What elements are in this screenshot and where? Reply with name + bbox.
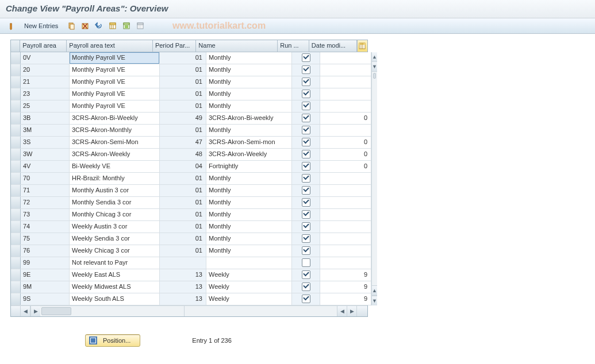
vertical-scrollbar[interactable]: ▲ ▼ ▲ ▼ — [371, 52, 377, 305]
col-header-payroll-area-text[interactable]: Payroll area text — [67, 40, 153, 52]
cell-date-modi[interactable] — [320, 76, 371, 88]
cell-date-modi[interactable]: 0 — [320, 113, 371, 124]
cell-payroll-area-text[interactable]: Monthly Austin 3 cor — [70, 185, 160, 196]
row-selector[interactable] — [11, 52, 21, 64]
scroll-up-page-icon[interactable]: ▲ — [372, 285, 377, 296]
cell-payroll-area[interactable]: 3W — [21, 149, 70, 160]
cell-date-modi[interactable] — [320, 245, 371, 257]
run-checkbox[interactable] — [302, 53, 310, 62]
cell-payroll-area-text[interactable]: Monthly Payroll VE — [70, 64, 160, 76]
vscroll-thumb[interactable] — [373, 73, 376, 79]
cell-payroll-area[interactable]: 76 — [21, 245, 70, 257]
cell-name[interactable]: Monthly — [206, 233, 292, 245]
cell-period-par[interactable]: 01 — [160, 52, 206, 64]
run-checkbox[interactable] — [302, 102, 310, 110]
cell-period-par[interactable]: 01 — [160, 88, 206, 100]
cell-period-par[interactable]: 48 — [160, 149, 206, 160]
cell-date-modi[interactable] — [320, 100, 371, 112]
cell-payroll-area[interactable]: 3B — [21, 113, 70, 124]
cell-run[interactable] — [292, 233, 320, 245]
row-selector[interactable] — [11, 281, 21, 293]
scroll-down-icon[interactable]: ▼ — [372, 296, 377, 305]
row-selector-header[interactable] — [11, 40, 20, 52]
cell-period-par[interactable]: 01 — [160, 125, 206, 136]
row-selector[interactable] — [11, 221, 21, 233]
cell-name[interactable]: Monthly — [206, 88, 292, 100]
cell-payroll-area-text[interactable]: Weekly Midwest ALS — [70, 281, 160, 293]
row-selector[interactable] — [11, 209, 21, 220]
cell-period-par[interactable]: 01 — [160, 185, 206, 196]
row-selector[interactable] — [11, 100, 21, 112]
cell-run[interactable] — [292, 185, 320, 196]
cell-run[interactable] — [292, 221, 320, 233]
cell-run[interactable] — [292, 113, 320, 124]
cell-name[interactable]: Fortnightly — [206, 161, 292, 172]
cell-payroll-area-text[interactable]: Weekly East ALS — [70, 269, 160, 281]
cell-period-par[interactable]: 49 — [160, 113, 206, 124]
configure-columns-icon[interactable] — [357, 40, 367, 52]
cell-run[interactable] — [292, 125, 320, 136]
cell-payroll-area[interactable]: 0V — [21, 52, 70, 64]
row-selector[interactable] — [11, 269, 21, 281]
cell-payroll-area-text[interactable]: Monthly Payroll VE — [70, 88, 160, 100]
cell-payroll-area-text[interactable]: 3CRS-Akron-Semi-Mon — [70, 137, 160, 148]
cell-name[interactable]: Monthly — [206, 125, 292, 136]
run-checkbox[interactable] — [302, 295, 310, 303]
cell-payroll-area[interactable]: 9S — [21, 293, 70, 305]
cell-date-modi[interactable] — [320, 185, 371, 196]
cell-period-par[interactable] — [160, 257, 206, 269]
run-checkbox[interactable] — [302, 138, 310, 146]
cell-date-modi[interactable] — [320, 197, 371, 208]
cell-payroll-area-text[interactable]: Not relevant to Payr — [70, 257, 160, 269]
select-all-icon[interactable] — [108, 21, 118, 31]
cell-period-par[interactable]: 47 — [160, 137, 206, 148]
run-checkbox[interactable] — [302, 162, 310, 171]
cell-payroll-area[interactable]: 4V — [21, 161, 70, 172]
cell-payroll-area[interactable]: 70 — [21, 173, 70, 184]
cell-payroll-area-text[interactable]: HR-Brazil: Monthly — [70, 173, 160, 184]
cell-payroll-area[interactable]: 71 — [21, 185, 70, 196]
cell-name[interactable]: Monthly — [206, 197, 292, 208]
cell-date-modi[interactable]: 0 — [320, 137, 371, 148]
cell-name[interactable]: Monthly — [206, 64, 292, 76]
col-header-date-modi[interactable]: Date modi... — [309, 40, 357, 52]
cell-period-par[interactable]: 01 — [160, 173, 206, 184]
cell-name[interactable]: Monthly — [206, 173, 292, 184]
run-checkbox[interactable] — [302, 186, 310, 195]
cell-date-modi[interactable]: 9 — [320, 281, 371, 293]
cell-run[interactable] — [292, 257, 320, 269]
run-checkbox[interactable] — [302, 210, 310, 219]
run-checkbox[interactable] — [302, 150, 310, 158]
row-selector[interactable] — [11, 113, 21, 124]
run-checkbox[interactable] — [302, 90, 310, 98]
cell-payroll-area[interactable]: 72 — [21, 197, 70, 208]
cell-name[interactable]: 3CRS-Akron-Bi-weekly — [206, 113, 292, 124]
cell-payroll-area[interactable]: 3S — [21, 137, 70, 148]
run-checkbox[interactable] — [302, 234, 310, 243]
select-block-icon[interactable] — [121, 21, 132, 31]
cell-payroll-area[interactable]: 9E — [21, 269, 70, 281]
cell-payroll-area-text[interactable]: 3CRS-Akron-Monthly — [70, 125, 160, 136]
cell-run[interactable] — [292, 281, 320, 293]
cell-name[interactable]: Monthly — [206, 221, 292, 233]
vscroll-track[interactable] — [372, 72, 377, 285]
cell-payroll-area-text[interactable]: Monthly Payroll VE — [70, 100, 160, 112]
cell-run[interactable] — [292, 149, 320, 160]
row-selector[interactable] — [11, 64, 21, 76]
cell-name[interactable] — [206, 257, 292, 269]
cell-period-par[interactable]: 01 — [160, 100, 206, 112]
hscroll-thumb[interactable] — [41, 307, 71, 315]
cell-period-par[interactable]: 01 — [160, 221, 206, 233]
cell-date-modi[interactable]: 9 — [320, 269, 371, 281]
cell-run[interactable] — [292, 245, 320, 257]
cell-date-modi[interactable]: 0 — [320, 149, 371, 160]
col-header-period-par[interactable]: Period Par... — [153, 40, 196, 52]
row-selector[interactable] — [11, 233, 21, 245]
run-checkbox[interactable] — [302, 246, 310, 255]
cell-period-par[interactable]: 01 — [160, 197, 206, 208]
cell-period-par[interactable]: 01 — [160, 76, 206, 88]
cell-payroll-area-text[interactable]: Bi-Weekly VE — [70, 161, 160, 172]
copy-as-icon[interactable] — [66, 21, 76, 31]
cell-run[interactable] — [292, 52, 320, 64]
cell-payroll-area[interactable]: 9M — [21, 281, 70, 293]
